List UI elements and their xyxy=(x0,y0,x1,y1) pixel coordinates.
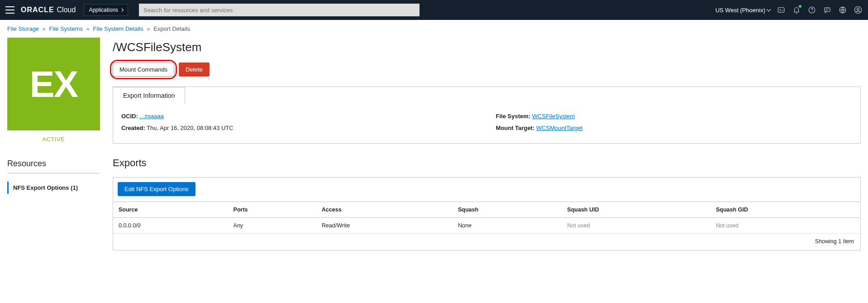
export-info-panel: Export Information OCID: ...zqaaaa Creat… xyxy=(113,87,861,144)
exports-heading: Exports xyxy=(113,157,861,169)
right-column: /WCSFileSystem Mount Commands Delete Exp… xyxy=(113,38,861,250)
brand-bold: ORACLE xyxy=(21,6,54,14)
table-footer: Showing 1 Item xyxy=(113,234,860,250)
breadcrumb-sep: » xyxy=(147,25,150,32)
breadcrumb-file-storage[interactable]: File Storage xyxy=(7,25,39,32)
cell-squash-uid: Not used xyxy=(562,218,711,234)
svg-rect-3 xyxy=(825,8,830,12)
left-column: EX ACTIVE Resources NFS Export Options (… xyxy=(7,38,100,194)
ocid-row: OCID: ...zqaaaa xyxy=(121,111,478,122)
tab-body: OCID: ...zqaaaa Created: Thu, Apr 16, 20… xyxy=(113,103,860,143)
chevron-down-icon xyxy=(767,7,771,12)
tab-export-information[interactable]: Export Information xyxy=(113,87,185,104)
resource-type-icon: EX xyxy=(7,38,100,130)
brand-light: Cloud xyxy=(57,6,76,14)
applications-label: Applications xyxy=(89,7,118,13)
filesystem-link[interactable]: WCSFileSystem xyxy=(532,113,575,120)
table-row: 0.0.0.0/0 Any Read/Write None Not used N… xyxy=(113,218,860,234)
col-ports: Ports xyxy=(228,202,316,218)
filesystem-label: File System: xyxy=(496,113,531,120)
page-title: /WCSFileSystem xyxy=(113,40,861,54)
main-layout: EX ACTIVE Resources NFS Export Options (… xyxy=(0,38,868,250)
breadcrumb: File Storage » File Systems » File Syste… xyxy=(0,20,868,38)
search-wrap xyxy=(139,4,420,16)
ocid-label: OCID: xyxy=(121,113,138,120)
menu-icon[interactable] xyxy=(5,6,14,14)
breadcrumb-file-system-details[interactable]: File System Details xyxy=(93,25,143,32)
help-icon[interactable] xyxy=(807,5,816,14)
col-access: Access xyxy=(316,202,453,218)
col-source: Source xyxy=(113,202,228,218)
chat-icon[interactable] xyxy=(823,5,832,14)
breadcrumb-file-systems[interactable]: File Systems xyxy=(49,25,83,32)
resources-list: NFS Export Options (1) xyxy=(7,182,100,194)
region-selector[interactable]: US West (Phoenix) xyxy=(715,7,770,14)
exports-table-wrap: Edit NFS Export Options Source Ports Acc… xyxy=(113,177,861,250)
cell-squash-gid: Not used xyxy=(711,218,860,234)
cloud-shell-icon[interactable] xyxy=(777,5,786,14)
mounttarget-label: Mount Target: xyxy=(496,125,535,131)
status-badge: ACTIVE xyxy=(7,136,100,143)
edit-nfs-export-options-button[interactable]: Edit NFS Export Options xyxy=(118,182,196,196)
notifications-icon[interactable] xyxy=(792,5,801,14)
breadcrumb-sep: » xyxy=(86,25,90,32)
brand-logo: ORACLE Cloud xyxy=(21,6,76,14)
created-value: Thu, Apr 16, 2020, 08:08:43 UTC xyxy=(147,125,234,131)
action-row: Mount Commands Delete xyxy=(113,63,861,77)
chevron-right-icon xyxy=(120,8,124,12)
col-squash-gid: Squash GID xyxy=(711,202,860,218)
info-col-left: OCID: ...zqaaaa Created: Thu, Apr 16, 20… xyxy=(121,111,478,134)
top-navbar: ORACLE Cloud Applications US West (Phoen… xyxy=(0,0,868,20)
globe-icon[interactable] xyxy=(838,5,847,14)
delete-button[interactable]: Delete xyxy=(179,63,210,77)
info-col-right: File System: WCSFileSystem Mount Target:… xyxy=(496,111,853,134)
col-squash-uid: Squash UID xyxy=(562,202,711,218)
resources-heading: Resources xyxy=(7,159,100,173)
svg-point-2 xyxy=(811,11,812,12)
nav-right: US West (Phoenix) xyxy=(715,5,863,14)
breadcrumb-current: Export Details xyxy=(153,25,190,32)
mounttarget-link[interactable]: WCSMountTarget xyxy=(536,125,583,131)
tab-header: Export Information xyxy=(113,87,860,103)
ocid-value[interactable]: ...zqaaaa xyxy=(139,113,164,120)
resource-icon-text: EX xyxy=(30,63,77,106)
created-row: Created: Thu, Apr 16, 2020, 08:08:43 UTC xyxy=(121,122,478,134)
svg-point-6 xyxy=(857,8,859,10)
cell-ports: Any xyxy=(228,218,316,234)
breadcrumb-sep: » xyxy=(43,25,46,32)
exports-table: Source Ports Access Squash Squash UID Sq… xyxy=(113,202,860,234)
created-label: Created: xyxy=(121,125,145,131)
highlight-annotation: Mount Commands xyxy=(113,63,174,77)
mounttarget-row: Mount Target: WCSMountTarget xyxy=(496,122,853,134)
cell-source: 0.0.0.0/0 xyxy=(113,218,228,234)
table-header-row: Source Ports Access Squash Squash UID Sq… xyxy=(113,202,860,218)
mount-commands-button[interactable]: Mount Commands xyxy=(113,63,174,77)
table-actions: Edit NFS Export Options xyxy=(113,178,860,202)
sidebar-item-nfs-export-options[interactable]: NFS Export Options (1) xyxy=(7,182,100,194)
region-label: US West (Phoenix) xyxy=(715,7,765,14)
profile-icon[interactable] xyxy=(854,5,863,14)
cell-access: Read/Write xyxy=(316,218,453,234)
filesystem-row: File System: WCSFileSystem xyxy=(496,111,853,122)
cell-squash: None xyxy=(453,218,562,234)
applications-button[interactable]: Applications xyxy=(84,4,128,16)
search-input[interactable] xyxy=(139,4,420,16)
col-squash: Squash xyxy=(453,202,562,218)
